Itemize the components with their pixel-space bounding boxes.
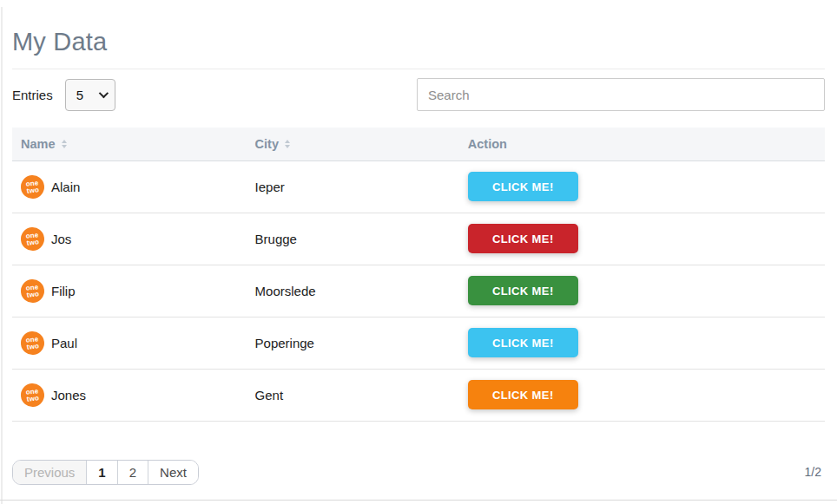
column-header-name-label: Name: [21, 137, 56, 151]
onetwo-logo-avatar: one two: [20, 330, 46, 356]
sort-icon: [62, 140, 67, 148]
entries-select-wrap: 5: [65, 79, 115, 111]
table-row: one two Jos Brugge CLICK ME!: [12, 213, 825, 265]
click-me-button[interactable]: CLICK ME!: [468, 224, 578, 253]
city-cell: Poperinge: [247, 317, 459, 369]
search-input[interactable]: [417, 78, 825, 111]
page-container: My Data Entries 5 Name: [0, 28, 837, 485]
city-cell: Brugge: [247, 213, 459, 265]
pagination: Previous 1 2 Next: [12, 460, 199, 485]
pagination-previous-button[interactable]: Previous: [13, 461, 87, 484]
name-cell: Paul: [51, 336, 77, 350]
city-cell: Ieper: [247, 160, 459, 213]
pagination-page-1[interactable]: 1: [87, 461, 117, 484]
sort-icon: [285, 140, 290, 148]
name-cell: Jos: [51, 232, 71, 246]
city-cell: Moorslede: [247, 265, 459, 317]
page-title: My Data: [12, 28, 825, 56]
window-bottom-edge: [0, 500, 837, 501]
click-me-button[interactable]: CLICK ME!: [468, 328, 578, 357]
data-table: Name City Action o: [12, 128, 825, 422]
click-me-button[interactable]: CLICK ME!: [468, 172, 578, 201]
pagination-next-button[interactable]: Next: [148, 461, 198, 484]
pagination-page-2[interactable]: 2: [118, 461, 148, 484]
table-row: one two Alain Ieper CLICK ME!: [12, 160, 825, 213]
column-header-action-label: Action: [468, 137, 507, 151]
onetwo-logo-avatar: one two: [20, 173, 46, 200]
onetwo-logo-avatar: one two: [20, 382, 46, 408]
table-controls: Entries 5: [12, 78, 825, 111]
onetwo-logo-avatar: one two: [20, 278, 46, 304]
onetwo-logo-avatar: one two: [20, 226, 46, 252]
table-row: one two Filip Moorslede CLICK ME!: [12, 265, 825, 317]
column-header-name[interactable]: Name: [12, 128, 247, 160]
entries-label: Entries: [12, 88, 53, 102]
click-me-button[interactable]: CLICK ME!: [468, 276, 578, 305]
entries-control: Entries 5: [12, 79, 115, 111]
name-cell: Alain: [51, 180, 80, 194]
page-indicator: 1/2: [805, 465, 825, 479]
entries-select[interactable]: 5: [65, 79, 115, 111]
table-row: one two Paul Poperinge CLICK ME!: [12, 317, 825, 369]
title-divider: [12, 69, 825, 69]
city-cell: Gent: [247, 369, 459, 421]
table-footer: Previous 1 2 Next 1/2: [12, 460, 825, 485]
table-header-row: Name City Action: [12, 128, 825, 160]
click-me-button[interactable]: CLICK ME!: [468, 380, 578, 409]
column-header-action: Action: [459, 128, 825, 160]
column-header-city[interactable]: City: [247, 128, 459, 160]
window-left-edge: [1, 7, 3, 504]
name-cell: Filip: [51, 284, 76, 298]
column-header-city-label: City: [255, 137, 279, 151]
name-cell: Jones: [51, 388, 86, 403]
table-row: one two Jones Gent CLICK ME!: [12, 369, 825, 421]
